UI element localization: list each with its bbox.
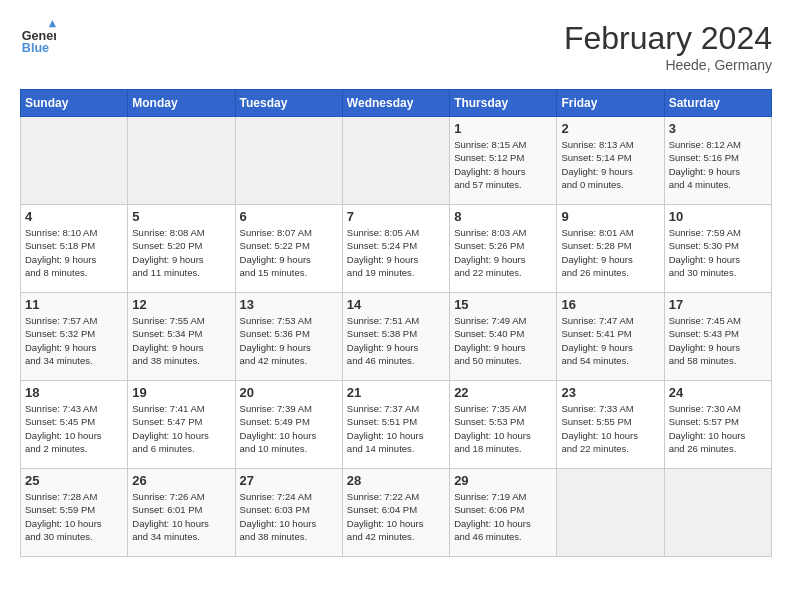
day-info: Sunrise: 7:26 AM Sunset: 6:01 PM Dayligh… [132, 490, 230, 543]
month-year-title: February 2024 [564, 20, 772, 57]
calendar-cell: 27Sunrise: 7:24 AM Sunset: 6:03 PM Dayli… [235, 469, 342, 557]
calendar-week-row: 1Sunrise: 8:15 AM Sunset: 5:12 PM Daylig… [21, 117, 772, 205]
page-header: General Blue February 2024 Heede, German… [20, 20, 772, 73]
day-info: Sunrise: 7:22 AM Sunset: 6:04 PM Dayligh… [347, 490, 445, 543]
calendar-cell: 8Sunrise: 8:03 AM Sunset: 5:26 PM Daylig… [450, 205, 557, 293]
calendar-cell [21, 117, 128, 205]
day-info: Sunrise: 7:59 AM Sunset: 5:30 PM Dayligh… [669, 226, 767, 279]
calendar-cell: 26Sunrise: 7:26 AM Sunset: 6:01 PM Dayli… [128, 469, 235, 557]
day-number: 17 [669, 297, 767, 312]
day-number: 13 [240, 297, 338, 312]
day-info: Sunrise: 8:08 AM Sunset: 5:20 PM Dayligh… [132, 226, 230, 279]
weekday-header-friday: Friday [557, 90, 664, 117]
calendar-cell [342, 117, 449, 205]
day-info: Sunrise: 7:41 AM Sunset: 5:47 PM Dayligh… [132, 402, 230, 455]
calendar-cell [235, 117, 342, 205]
calendar-cell: 7Sunrise: 8:05 AM Sunset: 5:24 PM Daylig… [342, 205, 449, 293]
calendar-cell: 14Sunrise: 7:51 AM Sunset: 5:38 PM Dayli… [342, 293, 449, 381]
day-number: 2 [561, 121, 659, 136]
day-number: 9 [561, 209, 659, 224]
calendar-cell: 1Sunrise: 8:15 AM Sunset: 5:12 PM Daylig… [450, 117, 557, 205]
logo-icon: General Blue [20, 20, 56, 56]
calendar-cell: 24Sunrise: 7:30 AM Sunset: 5:57 PM Dayli… [664, 381, 771, 469]
calendar-cell: 17Sunrise: 7:45 AM Sunset: 5:43 PM Dayli… [664, 293, 771, 381]
location-subtitle: Heede, Germany [564, 57, 772, 73]
day-number: 7 [347, 209, 445, 224]
day-info: Sunrise: 7:51 AM Sunset: 5:38 PM Dayligh… [347, 314, 445, 367]
calendar-cell: 3Sunrise: 8:12 AM Sunset: 5:16 PM Daylig… [664, 117, 771, 205]
weekday-header-saturday: Saturday [664, 90, 771, 117]
calendar-cell: 10Sunrise: 7:59 AM Sunset: 5:30 PM Dayli… [664, 205, 771, 293]
title-block: February 2024 Heede, Germany [564, 20, 772, 73]
calendar-header-row: SundayMondayTuesdayWednesdayThursdayFrid… [21, 90, 772, 117]
calendar-body: 1Sunrise: 8:15 AM Sunset: 5:12 PM Daylig… [21, 117, 772, 557]
day-number: 10 [669, 209, 767, 224]
calendar-cell: 28Sunrise: 7:22 AM Sunset: 6:04 PM Dayli… [342, 469, 449, 557]
calendar-cell: 11Sunrise: 7:57 AM Sunset: 5:32 PM Dayli… [21, 293, 128, 381]
day-info: Sunrise: 7:43 AM Sunset: 5:45 PM Dayligh… [25, 402, 123, 455]
day-info: Sunrise: 7:28 AM Sunset: 5:59 PM Dayligh… [25, 490, 123, 543]
calendar-cell: 12Sunrise: 7:55 AM Sunset: 5:34 PM Dayli… [128, 293, 235, 381]
day-number: 14 [347, 297, 445, 312]
calendar-cell: 23Sunrise: 7:33 AM Sunset: 5:55 PM Dayli… [557, 381, 664, 469]
calendar-cell: 22Sunrise: 7:35 AM Sunset: 5:53 PM Dayli… [450, 381, 557, 469]
weekday-header-tuesday: Tuesday [235, 90, 342, 117]
calendar-cell: 29Sunrise: 7:19 AM Sunset: 6:06 PM Dayli… [450, 469, 557, 557]
day-info: Sunrise: 7:35 AM Sunset: 5:53 PM Dayligh… [454, 402, 552, 455]
calendar-week-row: 25Sunrise: 7:28 AM Sunset: 5:59 PM Dayli… [21, 469, 772, 557]
day-info: Sunrise: 7:37 AM Sunset: 5:51 PM Dayligh… [347, 402, 445, 455]
day-number: 23 [561, 385, 659, 400]
day-number: 8 [454, 209, 552, 224]
day-number: 29 [454, 473, 552, 488]
svg-text:Blue: Blue [22, 41, 49, 55]
day-number: 3 [669, 121, 767, 136]
day-info: Sunrise: 7:57 AM Sunset: 5:32 PM Dayligh… [25, 314, 123, 367]
day-number: 15 [454, 297, 552, 312]
day-info: Sunrise: 7:30 AM Sunset: 5:57 PM Dayligh… [669, 402, 767, 455]
day-number: 19 [132, 385, 230, 400]
day-info: Sunrise: 8:07 AM Sunset: 5:22 PM Dayligh… [240, 226, 338, 279]
calendar-cell [128, 117, 235, 205]
calendar-cell: 15Sunrise: 7:49 AM Sunset: 5:40 PM Dayli… [450, 293, 557, 381]
day-number: 27 [240, 473, 338, 488]
calendar-cell: 6Sunrise: 8:07 AM Sunset: 5:22 PM Daylig… [235, 205, 342, 293]
day-number: 18 [25, 385, 123, 400]
day-info: Sunrise: 7:45 AM Sunset: 5:43 PM Dayligh… [669, 314, 767, 367]
day-number: 16 [561, 297, 659, 312]
calendar-cell: 9Sunrise: 8:01 AM Sunset: 5:28 PM Daylig… [557, 205, 664, 293]
calendar-week-row: 18Sunrise: 7:43 AM Sunset: 5:45 PM Dayli… [21, 381, 772, 469]
day-info: Sunrise: 8:03 AM Sunset: 5:26 PM Dayligh… [454, 226, 552, 279]
svg-marker-2 [49, 20, 56, 27]
weekday-header-wednesday: Wednesday [342, 90, 449, 117]
calendar-week-row: 4Sunrise: 8:10 AM Sunset: 5:18 PM Daylig… [21, 205, 772, 293]
calendar-cell [664, 469, 771, 557]
calendar-cell: 19Sunrise: 7:41 AM Sunset: 5:47 PM Dayli… [128, 381, 235, 469]
day-info: Sunrise: 7:33 AM Sunset: 5:55 PM Dayligh… [561, 402, 659, 455]
day-info: Sunrise: 8:01 AM Sunset: 5:28 PM Dayligh… [561, 226, 659, 279]
day-info: Sunrise: 8:15 AM Sunset: 5:12 PM Dayligh… [454, 138, 552, 191]
calendar-cell [557, 469, 664, 557]
day-number: 26 [132, 473, 230, 488]
day-number: 6 [240, 209, 338, 224]
day-number: 20 [240, 385, 338, 400]
day-info: Sunrise: 7:55 AM Sunset: 5:34 PM Dayligh… [132, 314, 230, 367]
day-number: 1 [454, 121, 552, 136]
day-info: Sunrise: 7:49 AM Sunset: 5:40 PM Dayligh… [454, 314, 552, 367]
calendar-cell: 18Sunrise: 7:43 AM Sunset: 5:45 PM Dayli… [21, 381, 128, 469]
calendar-cell: 20Sunrise: 7:39 AM Sunset: 5:49 PM Dayli… [235, 381, 342, 469]
weekday-header-monday: Monday [128, 90, 235, 117]
calendar-cell: 5Sunrise: 8:08 AM Sunset: 5:20 PM Daylig… [128, 205, 235, 293]
day-number: 24 [669, 385, 767, 400]
day-info: Sunrise: 8:05 AM Sunset: 5:24 PM Dayligh… [347, 226, 445, 279]
calendar-table: SundayMondayTuesdayWednesdayThursdayFrid… [20, 89, 772, 557]
calendar-week-row: 11Sunrise: 7:57 AM Sunset: 5:32 PM Dayli… [21, 293, 772, 381]
day-info: Sunrise: 7:24 AM Sunset: 6:03 PM Dayligh… [240, 490, 338, 543]
day-info: Sunrise: 7:19 AM Sunset: 6:06 PM Dayligh… [454, 490, 552, 543]
day-number: 4 [25, 209, 123, 224]
calendar-cell: 13Sunrise: 7:53 AM Sunset: 5:36 PM Dayli… [235, 293, 342, 381]
logo: General Blue [20, 20, 56, 56]
day-number: 25 [25, 473, 123, 488]
calendar-cell: 4Sunrise: 8:10 AM Sunset: 5:18 PM Daylig… [21, 205, 128, 293]
day-number: 5 [132, 209, 230, 224]
day-info: Sunrise: 8:10 AM Sunset: 5:18 PM Dayligh… [25, 226, 123, 279]
